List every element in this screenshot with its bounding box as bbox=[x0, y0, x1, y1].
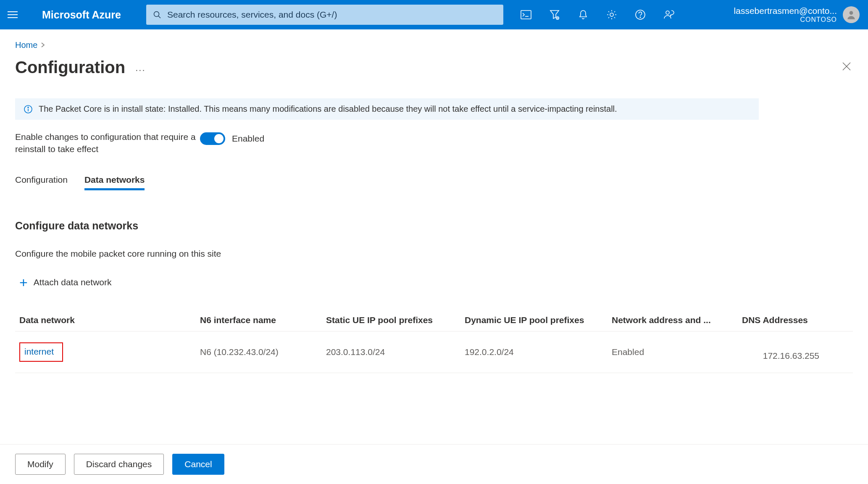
avatar[interactable] bbox=[843, 6, 860, 23]
col-data-network[interactable]: Data network bbox=[19, 315, 200, 325]
topbar-actions bbox=[520, 9, 675, 21]
section-heading: Configure data networks bbox=[15, 220, 853, 232]
table-header: Data network N6 interface name Static UE… bbox=[15, 309, 853, 331]
info-icon bbox=[24, 105, 33, 114]
cloud-shell-icon[interactable] bbox=[520, 9, 532, 21]
feedback-icon[interactable] bbox=[663, 9, 675, 21]
notifications-icon[interactable] bbox=[577, 9, 589, 21]
enable-changes-label: Enable changes to configuration that req… bbox=[15, 131, 200, 155]
svg-point-13 bbox=[28, 107, 29, 108]
user-account-block[interactable]: lassebertrasmen@conto... CONTOSO bbox=[734, 6, 864, 23]
global-search[interactable] bbox=[146, 5, 503, 25]
help-icon[interactable] bbox=[634, 9, 646, 21]
plus-icon: + bbox=[19, 278, 28, 287]
chevron-right-icon bbox=[41, 40, 45, 50]
col-nat[interactable]: Network address and ... bbox=[612, 315, 742, 325]
breadcrumb: Home bbox=[15, 40, 853, 50]
info-banner-text: The Packet Core is in install state: Ins… bbox=[39, 104, 617, 114]
col-static-prefixes[interactable]: Static UE IP pool prefixes bbox=[326, 315, 465, 325]
page-content: Home Configuration ··· The Packet Core i… bbox=[0, 29, 868, 373]
cell-dynamic-prefixes: 192.0.2.0/24 bbox=[465, 347, 612, 357]
enable-changes-toggle[interactable] bbox=[200, 132, 225, 145]
data-network-link[interactable]: internet bbox=[19, 342, 63, 362]
attach-data-network-label: Attach data network bbox=[34, 277, 112, 287]
attach-data-network-button[interactable]: + Attach data network bbox=[15, 277, 111, 287]
settings-gear-icon[interactable] bbox=[606, 9, 618, 21]
col-dns[interactable]: DNS Addresses bbox=[742, 315, 849, 325]
col-dynamic-prefixes[interactable]: Dynamic UE IP pool prefixes bbox=[465, 315, 612, 325]
cell-static-prefixes: 203.0.113.0/24 bbox=[326, 347, 465, 357]
search-icon bbox=[153, 11, 161, 19]
modify-button[interactable]: Modify bbox=[15, 454, 66, 475]
azure-topbar: Microsoft Azure lassebertrasmen@conto...… bbox=[0, 0, 868, 29]
tab-data-networks[interactable]: Data networks bbox=[84, 175, 145, 190]
tab-configuration[interactable]: Configuration bbox=[15, 175, 68, 190]
svg-point-5 bbox=[610, 13, 613, 16]
svg-point-6 bbox=[636, 10, 645, 19]
tenant-name: CONTOSO bbox=[734, 16, 837, 24]
title-bar: Configuration ··· bbox=[15, 58, 853, 77]
hamburger-menu-button[interactable] bbox=[4, 6, 21, 23]
svg-point-0 bbox=[154, 12, 159, 17]
cell-n6: N6 (10.232.43.0/24) bbox=[200, 347, 326, 357]
data-networks-table: Data network N6 interface name Static UE… bbox=[15, 309, 853, 373]
section-subtext: Configure the mobile packet core running… bbox=[15, 249, 853, 259]
cell-dns: 172.16.63.255 bbox=[742, 351, 849, 362]
directory-filter-icon[interactable] bbox=[549, 9, 560, 21]
page-footer: Modify Discard changes Cancel bbox=[0, 444, 868, 484]
cell-nat: Enabled bbox=[612, 347, 742, 357]
info-banner: The Packet Core is in install state: Ins… bbox=[15, 98, 759, 120]
search-input[interactable] bbox=[167, 10, 497, 20]
col-n6-interface[interactable]: N6 interface name bbox=[200, 315, 326, 325]
close-blade-button[interactable] bbox=[836, 58, 857, 77]
discard-changes-button[interactable]: Discard changes bbox=[74, 454, 164, 475]
svg-rect-2 bbox=[521, 11, 531, 19]
user-email: lassebertrasmen@conto... bbox=[734, 6, 837, 16]
enable-changes-state: Enabled bbox=[232, 132, 264, 145]
brand-label[interactable]: Microsoft Azure bbox=[42, 9, 121, 21]
svg-point-7 bbox=[640, 17, 641, 18]
svg-line-1 bbox=[158, 16, 160, 18]
cancel-button[interactable]: Cancel bbox=[172, 454, 224, 475]
more-actions-button[interactable]: ··· bbox=[135, 65, 145, 76]
page-title: Configuration bbox=[15, 58, 125, 77]
tab-bar: Configuration Data networks bbox=[15, 175, 853, 190]
svg-point-8 bbox=[666, 11, 669, 14]
table-row: internet N6 (10.232.43.0/24) 203.0.113.0… bbox=[15, 331, 853, 373]
breadcrumb-home[interactable]: Home bbox=[15, 40, 37, 50]
svg-point-9 bbox=[850, 11, 853, 15]
enable-changes-row: Enable changes to configuration that req… bbox=[15, 131, 853, 155]
